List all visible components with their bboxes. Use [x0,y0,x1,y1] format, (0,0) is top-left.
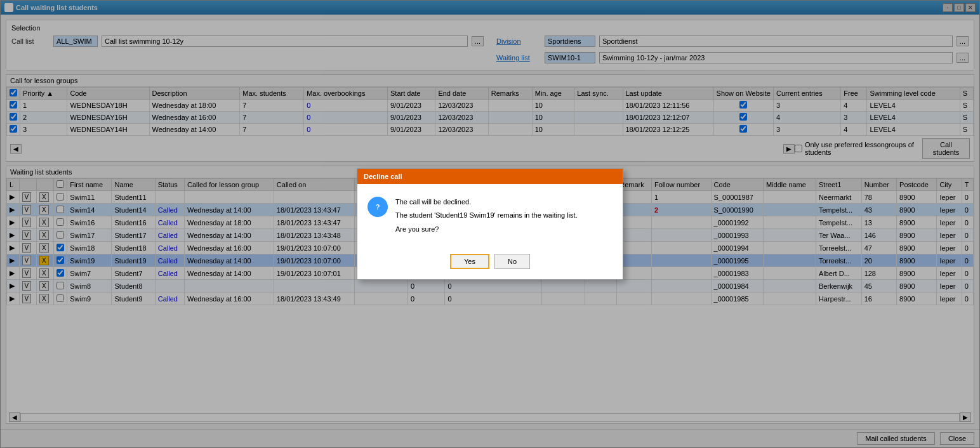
modal-line3: Are you sure? [395,224,578,235]
modal-line2: The student 'Student19 Swim19' remains i… [395,210,578,221]
no-button[interactable]: No [494,254,530,269]
modal-header: Decline call [357,169,623,184]
yes-button[interactable]: Yes [450,254,489,269]
modal-title: Decline call [364,173,402,180]
modal-overlay: Decline call ? The call will be declined… [0,0,980,448]
modal-line1: The call will be declined. [395,197,578,208]
modal-footer: Yes No [357,247,623,279]
modal-body: ? The call will be declined. The student… [357,184,623,248]
modal-question-icon: ? [368,197,388,217]
modal-text: The call will be declined. The student '… [395,197,578,235]
decline-call-modal: Decline call ? The call will be declined… [357,168,623,280]
